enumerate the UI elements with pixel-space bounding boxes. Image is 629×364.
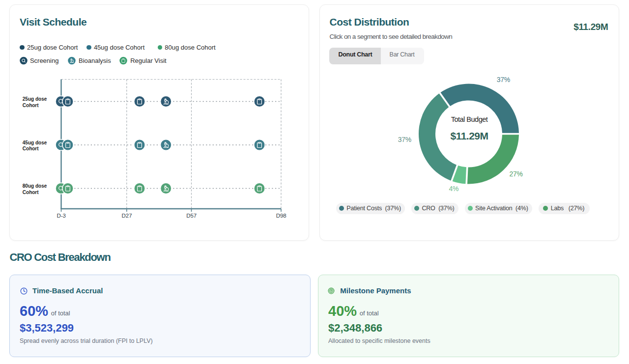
svg-text:4%: 4%	[449, 185, 458, 193]
svg-text:37%: 37%	[496, 76, 510, 84]
svg-text:37%: 37%	[398, 136, 411, 143]
svg-text:D98: D98	[276, 213, 286, 219]
svg-text:D-3: D-3	[57, 213, 66, 219]
svg-text:D27: D27	[121, 213, 132, 219]
svg-text:D57: D57	[186, 213, 197, 219]
svg-text:$11.29M: $11.29M	[450, 130, 488, 141]
svg-text:Total Budget: Total Budget	[451, 115, 487, 123]
svg-text:27%: 27%	[509, 170, 522, 178]
